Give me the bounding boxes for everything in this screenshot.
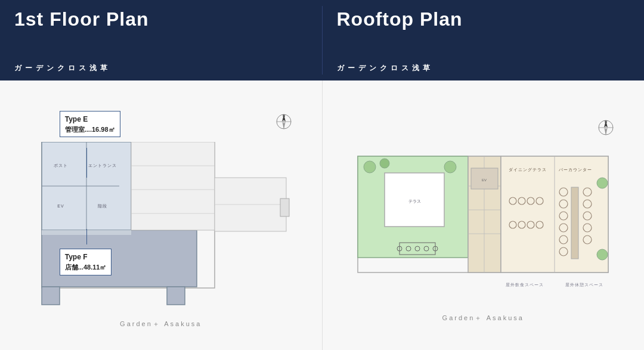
- header-right: Rooftop Plan ガーデンクロス浅草: [323, 0, 645, 80]
- svg-text:N: N: [605, 120, 607, 123]
- type-f-name: Type F: [65, 252, 107, 262]
- header-left: 1st Floor Plan ガーデンクロス浅草: [0, 0, 322, 80]
- type-f-area: 店舗...48.11㎡: [65, 262, 107, 272]
- type-f-label: Type F 店舗...48.11㎡: [60, 249, 112, 275]
- svg-rect-25: [167, 287, 185, 305]
- svg-point-34: [364, 161, 376, 173]
- rooftop-compass-icon: N: [597, 119, 614, 136]
- svg-rect-70: [571, 187, 578, 259]
- type-e-area: 管理室....16.98㎡: [65, 125, 115, 135]
- rooftop-plan-diagram: N テラス: [346, 109, 620, 311]
- svg-point-36: [444, 161, 456, 173]
- page-header: 1st Floor Plan ガーデンクロス浅草 Rooftop Plan ガー…: [0, 0, 644, 80]
- rooftop-plan-section: N テラス: [323, 80, 645, 350]
- floor-plan-subtitle: ガーデンクロス浅草: [14, 63, 308, 80]
- svg-text:屋外休憩スペース: 屋外休憩スペース: [565, 283, 603, 287]
- svg-text:EV: EV: [482, 178, 487, 182]
- compass-icon: N: [275, 113, 292, 130]
- svg-text:階段: 階段: [98, 204, 107, 208]
- type-e-connector: [86, 148, 87, 178]
- svg-text:エントランス: エントランス: [88, 163, 117, 168]
- svg-text:テラス: テラス: [408, 199, 421, 203]
- svg-point-77: [597, 249, 608, 260]
- floor-plan-section: Type E 管理室....16.98㎡ Type F 店舗...48.11㎡ …: [0, 80, 323, 350]
- svg-point-35: [380, 159, 389, 168]
- svg-text:ポスト: ポスト: [54, 163, 68, 168]
- rooftop-plan-footer: Garden＋ Asakusa: [442, 314, 524, 323]
- type-e-label: Type E 管理室....16.98㎡: [60, 111, 120, 138]
- svg-rect-23: [280, 199, 289, 216]
- svg-rect-24: [42, 287, 60, 305]
- svg-text:N: N: [283, 114, 285, 117]
- svg-text:バーカウンター: バーカウンター: [558, 168, 592, 172]
- svg-text:ダイニングテラス: ダイニングテラス: [509, 168, 547, 172]
- main-content: Type E 管理室....16.98㎡ Type F 店舗...48.11㎡ …: [0, 80, 644, 350]
- type-e-name: Type E: [65, 114, 115, 125]
- type-f-connector: [86, 229, 87, 244]
- rooftop-plan-title: Rooftop Plan: [337, 8, 630, 30]
- floor-plan-title: 1st Floor Plan: [14, 8, 308, 30]
- svg-text:屋外飲食スペース: 屋外飲食スペース: [506, 283, 544, 287]
- rooftop-svg: テラス EV: [352, 138, 614, 311]
- floor-plan-svg: ポスト エントランス EV 階段: [30, 142, 292, 327]
- rooftop-plan-subtitle: ガーデンクロス浅草: [337, 63, 630, 80]
- floor-plan-diagram: Type E 管理室....16.98㎡ Type F 店舗...48.11㎡ …: [24, 103, 298, 317]
- svg-text:EV: EV: [57, 204, 64, 208]
- svg-point-76: [597, 178, 608, 188]
- svg-rect-17: [131, 142, 215, 230]
